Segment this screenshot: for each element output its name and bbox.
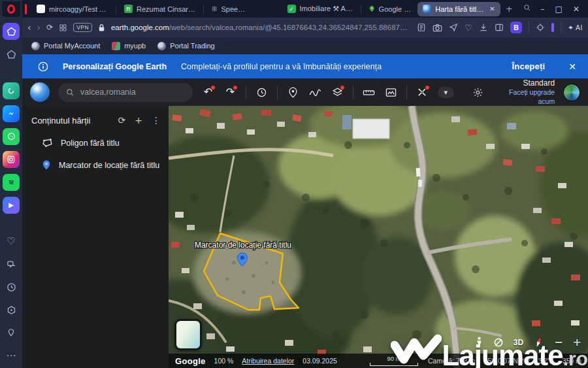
spotify-icon[interactable] bbox=[3, 174, 20, 191]
plan-status[interactable]: Standard Faceți upgrade acum bbox=[493, 78, 555, 105]
panel-refresh-icon[interactable]: ⟳ bbox=[118, 115, 126, 125]
url-text[interactable]: earth.google.com/web/search/valcea,roman… bbox=[111, 24, 411, 31]
draw-path-icon[interactable] bbox=[308, 88, 322, 97]
layers-glyph bbox=[332, 87, 343, 98]
browser-side-rail: ▶ ♡ ⋯ bbox=[0, 0, 22, 368]
map-marker-label: Marcator de locație fără titlu bbox=[195, 241, 291, 250]
tab-title: Imobiliare ⚒ Anunturi - bbox=[300, 5, 353, 13]
undo-button[interactable]: ↶ bbox=[201, 87, 215, 97]
pentagon-icon bbox=[7, 50, 16, 59]
aria-ai-button[interactable]: ✦ AI bbox=[568, 24, 583, 31]
whatsapp-icon[interactable] bbox=[3, 128, 20, 145]
tab-title: mircoaggy/Test Algo: Tes bbox=[49, 5, 108, 13]
info-icon bbox=[38, 61, 48, 72]
chat-app-icon[interactable] bbox=[3, 82, 20, 99]
attribution-link[interactable]: Atribuirea datelor bbox=[242, 357, 294, 365]
instagram-icon[interactable] bbox=[3, 151, 20, 168]
password-manager-badge[interactable]: B bbox=[510, 22, 522, 33]
tab-close-icon[interactable]: ✕ bbox=[489, 5, 495, 12]
messenger-icon[interactable] bbox=[3, 105, 20, 122]
tab-document[interactable]: R Rezumat Cinsari Vol I | F bbox=[119, 2, 201, 16]
bubbles-icon bbox=[7, 259, 16, 269]
panels-icon[interactable] bbox=[495, 23, 504, 32]
earth-search-box[interactable]: valcea,romania bbox=[58, 83, 193, 102]
tab-search-button[interactable] bbox=[519, 4, 535, 14]
bookmark-label: myupb bbox=[124, 42, 146, 50]
maximize-button[interactable]: □ bbox=[551, 5, 567, 14]
banner-action-button[interactable]: Începeți bbox=[512, 61, 546, 71]
start-page-tiles-icon[interactable] bbox=[59, 24, 67, 32]
reading-list-icon[interactable] bbox=[417, 23, 426, 32]
divider bbox=[561, 22, 561, 33]
tab-title: Speed Dial bbox=[221, 5, 248, 13]
map-contents-panel: Conținutul hărții ⟳ + ⋮ Poligon fără tit… bbox=[22, 106, 169, 368]
history-icon[interactable] bbox=[3, 278, 20, 295]
snapshot-camera-icon[interactable] bbox=[433, 24, 442, 32]
toolbar-collapse-button[interactable]: ▾ bbox=[438, 87, 455, 98]
pinboard-icon[interactable] bbox=[3, 324, 20, 341]
vpn-badge[interactable]: VPN bbox=[73, 23, 92, 32]
pin-icon bbox=[7, 328, 16, 337]
download-icon[interactable] bbox=[479, 23, 488, 32]
favorites-add-icon[interactable]: ♡ bbox=[465, 23, 472, 33]
reload-button[interactable]: ⟳ bbox=[46, 23, 53, 32]
google-earth-logo[interactable] bbox=[30, 82, 50, 102]
rail-more-button[interactable]: ⋯ bbox=[3, 347, 20, 364]
workspace-secondary-icon[interactable] bbox=[3, 46, 20, 63]
bookmark-portal-trading[interactable]: Portal Trading bbox=[157, 42, 214, 50]
street-view-tool-icon[interactable] bbox=[416, 87, 429, 97]
tab-speed-dial[interactable]: Speed Dial bbox=[206, 2, 253, 16]
upgrade-link[interactable]: Faceți upgrade acum bbox=[493, 88, 555, 105]
minimize-button[interactable]: – bbox=[536, 5, 549, 14]
tab-imobiliare[interactable]: ✓ Imobiliare ⚒ Anunturi - bbox=[282, 2, 359, 16]
swirl-icon bbox=[7, 87, 15, 95]
lock-icon[interactable] bbox=[98, 24, 105, 32]
favorites-heart-icon[interactable]: ♡ bbox=[3, 233, 20, 250]
back-button[interactable]: ‹ bbox=[27, 22, 31, 33]
imagery-date: 03.09.2025 bbox=[302, 357, 337, 365]
tab-title: Google Maps bbox=[379, 5, 412, 13]
panel-item-marker[interactable]: Marcator de locație fără titlu bbox=[22, 154, 169, 176]
opera-menu-button[interactable] bbox=[2, 1, 20, 17]
satellite-map-viewport[interactable]: Marcator de locație fără titlu 3D − + bbox=[169, 106, 588, 368]
window-close-button[interactable]: ✕ bbox=[568, 5, 584, 14]
add-placemark-icon[interactable] bbox=[286, 87, 300, 98]
watermark-name: Lajumate bbox=[442, 344, 563, 367]
forward-button[interactable]: › bbox=[37, 22, 41, 33]
overview-minimap[interactable] bbox=[174, 319, 202, 350]
banner-close-icon[interactable]: ✕ bbox=[568, 61, 576, 72]
tab-google-earth-active[interactable]: Harta fără titlu - Goo... ✕ bbox=[417, 2, 500, 16]
new-tab-button[interactable]: + bbox=[502, 4, 517, 14]
tab-title: Harta fără titlu - Goo... bbox=[435, 5, 485, 13]
panel-item-label: Poligon fără titlu bbox=[61, 139, 120, 148]
workspace-active-icon[interactable] bbox=[3, 23, 20, 40]
toolbar-divider bbox=[277, 85, 278, 99]
tab-tracer-icon[interactable] bbox=[3, 256, 20, 273]
photos-icon[interactable] bbox=[384, 88, 398, 97]
toolbar-divider bbox=[246, 85, 246, 99]
measure-icon[interactable] bbox=[362, 88, 376, 97]
send-to-device-icon[interactable] bbox=[449, 23, 458, 32]
tab-github[interactable]: mircoaggy/Test Algo: Tes bbox=[31, 2, 113, 16]
panel-kebab-icon[interactable]: ⋮ bbox=[152, 115, 161, 125]
redo-button[interactable]: ↷ bbox=[223, 87, 237, 97]
bookmark-portal-myaccount[interactable]: Portal MyAccount bbox=[31, 42, 100, 50]
extensions-icon[interactable] bbox=[3, 301, 20, 318]
gear-glyph bbox=[472, 87, 483, 98]
spotify-waves-icon bbox=[7, 178, 16, 186]
layers-icon[interactable] bbox=[331, 87, 344, 98]
crosshair-icon[interactable] bbox=[536, 23, 545, 32]
tab-google-maps[interactable]: Google Maps bbox=[364, 2, 416, 16]
play-app-icon[interactable]: ▶ bbox=[3, 197, 20, 214]
panel-item-polygon[interactable]: Poligon fără titlu bbox=[22, 132, 169, 154]
account-avatar[interactable] bbox=[563, 84, 580, 101]
bookmark-myupb[interactable]: myupb bbox=[112, 42, 146, 50]
toolbar-divider bbox=[353, 85, 353, 99]
browser-window: ▶ ♡ ⋯ mircoaggy/Test Algo: Tes R R bbox=[0, 0, 588, 368]
settings-gear-icon[interactable] bbox=[471, 87, 485, 98]
tab-separator bbox=[203, 5, 204, 14]
historical-imagery-icon[interactable] bbox=[255, 87, 269, 98]
address-bar-actions: ♡ B ✦ AI bbox=[417, 22, 583, 33]
panel-add-icon[interactable]: + bbox=[135, 115, 142, 125]
squiggle-icon bbox=[309, 88, 321, 97]
